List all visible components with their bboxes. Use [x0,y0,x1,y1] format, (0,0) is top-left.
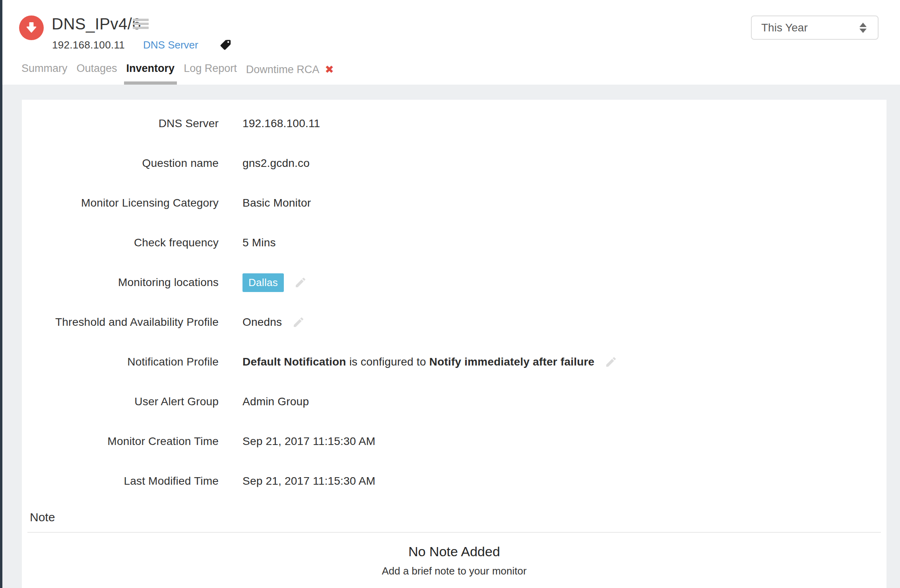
row-value: Onedns [242,316,305,329]
select-spinner-icon [859,23,867,33]
note-empty-title: No Note Added [22,544,886,559]
row-value: Basic Monitor [242,197,311,209]
row-value: Sep 21, 2017 11:15:30 AM [242,475,375,487]
row-value: Dallas [242,273,307,292]
inventory-row-user-alert-group: User Alert Group Admin Group [22,382,886,422]
inventory-row-notification-profile: Notification Profile Default Notificatio… [22,342,886,382]
note-empty-subtitle: Add a brief note to your monitor [22,565,886,577]
row-label: User Alert Group [22,395,219,408]
monitor-type-link[interactable]: DNS Server [143,39,198,51]
inventory-row-dns-server: DNS Server 192.168.100.11 [22,104,886,143]
row-label: Monitor Licensing Category [22,197,219,209]
note-divider [27,532,881,533]
row-label: Check frequency [22,236,219,249]
notification-profile-name: Default Notification [242,356,346,368]
monitor-ip: 192.168.100.11 [52,39,125,51]
tab-inventory[interactable]: Inventory [126,62,175,85]
monitor-title: DNS_IPv4/6 [52,14,141,33]
inventory-row-check-frequency: Check frequency 5 Mins [22,223,886,263]
location-badge-dallas: Dallas [242,273,284,292]
inventory-row-creation-time: Monitor Creation Time Sep 21, 2017 11:15… [22,422,886,461]
time-range-selected-value: This Year [752,21,859,34]
edit-locations-icon[interactable] [294,276,307,289]
inventory-row-question-name: Question name gns2.gcdn.co [22,143,886,183]
time-range-select[interactable]: This Year [751,15,879,40]
monitor-tabs: Summary Outages Inventory Log Report Dow… [21,62,334,85]
row-value: gns2.gcdn.co [242,157,310,170]
row-value: Sep 21, 2017 11:15:30 AM [242,435,375,448]
hamburger-menu-icon[interactable] [133,19,149,29]
monitor-subheader: 192.168.100.11 DNS Server [52,39,232,51]
row-label: Last Modified Time [22,475,219,487]
threshold-profile-value: Onedns [242,316,282,329]
inventory-row-monitoring-locations: Monitoring locations Dallas [22,263,886,302]
inventory-row-last-modified: Last Modified Time Sep 21, 2017 11:15:30… [22,461,886,501]
row-label: DNS Server [22,117,219,130]
inventory-row-threshold-profile: Threshold and Availability Profile Onedn… [22,302,886,342]
edit-notification-profile-icon[interactable] [605,356,617,368]
row-label: Notification Profile [22,356,219,368]
tab-summary[interactable]: Summary [21,62,68,85]
monitor-header: DNS_IPv4/6 192.168.100.11 DNS Server Thi… [0,0,900,85]
row-label: Question name [22,157,219,170]
notification-profile-text: Default Notification is configured to No… [242,356,594,368]
inventory-panel: DNS Server 192.168.100.11 Question name … [22,100,886,588]
row-value: Admin Group [242,395,309,408]
tab-downtime-rca[interactable]: Downtime RCA✖ [246,62,334,85]
row-value: Default Notification is configured to No… [242,356,617,368]
tab-outages[interactable]: Outages [77,62,117,85]
notification-profile-middle: is configured to [346,356,429,368]
tab-log-report[interactable]: Log Report [184,62,237,85]
inventory-rows: DNS Server 192.168.100.11 Question name … [22,100,886,501]
left-rail [0,0,2,588]
monitor-down-status-icon [19,15,44,40]
row-label: Monitoring locations [22,276,219,289]
inventory-row-licensing-category: Monitor Licensing Category Basic Monitor [22,183,886,223]
tab-close-icon[interactable]: ✖ [325,64,334,75]
row-value: 5 Mins [242,236,276,249]
notification-profile-action: Notify immediately after failure [429,356,595,368]
row-label: Threshold and Availability Profile [22,316,219,329]
row-value: 192.168.100.11 [242,117,320,130]
row-label: Monitor Creation Time [22,435,219,448]
down-arrow-icon [24,21,39,35]
edit-threshold-profile-icon[interactable] [292,316,305,329]
tag-icon[interactable] [219,39,232,51]
note-section-heading: Note [30,511,886,524]
tab-downtime-rca-label: Downtime RCA [246,64,320,75]
